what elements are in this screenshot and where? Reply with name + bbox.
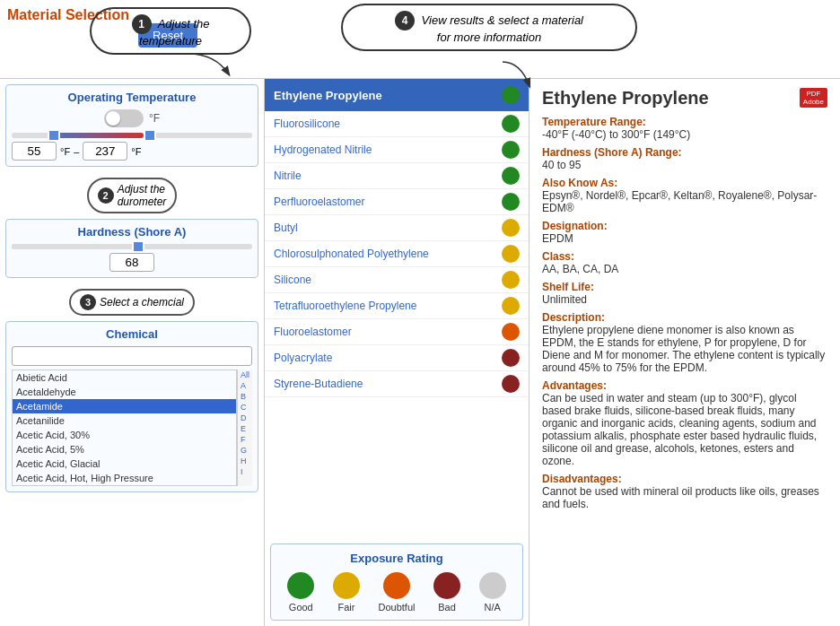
legend-dot [333, 572, 360, 599]
list-item[interactable]: Acetic Acid, Hot, High Pressure [13, 471, 236, 485]
material-dot [502, 375, 520, 393]
field-value: 40 to 95 [542, 159, 827, 171]
legend-dot [383, 572, 410, 599]
legend-label: Good [289, 602, 313, 613]
alpha-item[interactable]: All [238, 370, 252, 380]
temp-section: Operating Temperature °F °F – °F [5, 84, 258, 167]
field-label: Also Know As: [542, 177, 827, 189]
arrow-4 [476, 57, 547, 93]
legend-dot [287, 572, 314, 599]
callout-2-text: Adjust the durometer [118, 183, 167, 208]
material-name: Hydrogenated Nitrile [274, 143, 372, 156]
temp-min-input[interactable] [12, 142, 57, 161]
field-value: Cannot be used with mineral oil products… [542, 485, 827, 510]
material-row[interactable]: Hydrogenated Nitrile [265, 137, 529, 163]
material-name: Perfluoroelastomer [274, 196, 364, 208]
material-name: Tetrafluoroethylene Propylene [274, 300, 416, 312]
field-label: Temperature Range: [542, 116, 827, 128]
hardness-thumb[interactable] [132, 240, 144, 253]
list-item[interactable]: Acetic Acid, 5% [13, 442, 236, 456]
callout-4-text: View results & select a material for mor… [422, 13, 583, 44]
alpha-item[interactable]: H [238, 456, 252, 466]
field-value: EPDM [542, 232, 827, 245]
unit-toggle[interactable] [104, 109, 144, 127]
hardness-input[interactable] [109, 253, 154, 272]
callout-2-number: 2 [98, 187, 114, 204]
list-item[interactable]: Acetic Acid, 30% [13, 428, 236, 442]
hardness-section: Hardness (Shore A) [5, 219, 258, 278]
material-row[interactable]: Polyacrylate [265, 345, 529, 371]
alpha-item[interactable]: E [238, 423, 252, 434]
material-row[interactable]: Chlorosulphonated Polyethylene [265, 241, 529, 267]
list-item[interactable]: Acetaldehyde [13, 385, 236, 399]
temp-slider-fill [48, 133, 144, 138]
material-name: Silicone [274, 274, 311, 286]
legend-item: Bad [433, 572, 460, 613]
alpha-item[interactable]: B [238, 391, 252, 402]
material-row[interactable]: Perfluoroelastomer [265, 189, 529, 215]
material-list: Ethylene PropyleneFluorosiliconeHydrogen… [265, 79, 529, 397]
field-value: Ethylene propylene diene monomer is also… [542, 324, 827, 374]
chemical-search-input[interactable] [12, 346, 252, 366]
list-item[interactable]: Acetamide [13, 399, 236, 413]
temp-max-input[interactable] [83, 142, 127, 161]
temp-range-inputs: °F – °F [12, 142, 252, 161]
material-dot [502, 167, 520, 185]
material-header-name: Ethylene Propylene [274, 89, 382, 102]
middle-panel: Ethylene PropyleneFluorosiliconeHydrogen… [265, 79, 529, 626]
exposure-section: Exposure Rating GoodFairDoubtfulBadN/A [270, 543, 523, 621]
chemical-title: Chemical [12, 327, 252, 341]
temp-slider-thumb-left[interactable] [48, 129, 60, 142]
alpha-item[interactable]: A [238, 380, 252, 391]
hardness-slider-track[interactable] [12, 244, 252, 249]
material-row[interactable]: Silicone [265, 267, 529, 293]
legend-item: Fair [333, 572, 360, 613]
callout-3: 3 Select a chemcial [69, 289, 195, 316]
temp-title: Operating Temperature [12, 91, 252, 104]
material-row[interactable]: Nitrile [265, 163, 529, 189]
material-row[interactable]: Fluorosilicone [265, 111, 529, 137]
legend-label: Bad [438, 602, 456, 613]
field-label: Class: [542, 250, 827, 263]
material-row[interactable]: Tetrafluoroethylene Propylene [265, 293, 529, 319]
material-name: Styrene-Butadiene [274, 378, 363, 390]
callout-2-wrapper: 2 Adjust the durometer [5, 174, 258, 217]
alpha-item[interactable]: F [238, 434, 252, 445]
alpha-item[interactable]: D [238, 413, 252, 423]
field-value: Can be used in water and steam (up to 30… [542, 392, 827, 467]
legend-item: N/A [479, 572, 506, 613]
field-label: Designation: [542, 220, 827, 232]
material-dot [502, 349, 520, 367]
toggle-knob [106, 111, 120, 126]
material-dot [502, 297, 520, 315]
legend-item: Good [287, 572, 314, 613]
material-name: Butyl [274, 222, 298, 234]
callout-2: 2 Adjust the durometer [87, 178, 178, 213]
callout-1: 1 Adjust the temperature [90, 7, 251, 55]
temp-slider-track[interactable] [12, 133, 252, 138]
right-panel: Ethylene Propylene PDF Adobe Temperature… [529, 79, 840, 626]
pdf-badge[interactable]: PDF Adobe [800, 88, 827, 108]
material-row[interactable]: Fluoroelastomer [265, 319, 529, 345]
field-label: Hardness (Shore A) Range: [542, 146, 827, 159]
alpha-item[interactable]: C [238, 402, 252, 413]
field-value: -40°F (-40°C) to 300°F (149°C) [542, 128, 827, 141]
material-name: Polyacrylate [274, 352, 332, 364]
chemical-list[interactable]: Abietic AcidAcetaldehydeAcetamideAcetani… [12, 370, 237, 486]
material-row[interactable]: Styrene-Butadiene [265, 371, 529, 397]
header: Material Selection Reset 1 Adjust the te… [0, 0, 840, 79]
material-row[interactable]: Butyl [265, 215, 529, 241]
exposure-legend: GoodFairDoubtfulBadN/A [278, 572, 515, 613]
left-panel: Operating Temperature °F °F – °F [0, 79, 265, 626]
chemical-section: Chemical Abietic AcidAcetaldehydeAcetami… [5, 321, 258, 492]
list-item[interactable]: Acetanilide [13, 413, 236, 428]
callout-3-text: Select a chemcial [100, 296, 184, 309]
alpha-bar[interactable]: AllABCDEFGHI [237, 370, 252, 486]
list-item[interactable]: Abietic Acid [13, 370, 236, 385]
temp-slider-thumb-right[interactable] [144, 129, 156, 142]
alpha-item[interactable]: G [238, 445, 252, 456]
callout-3-wrapper: 3 Select a chemcial [5, 285, 258, 319]
list-item[interactable]: Acetic Acid, Glacial [13, 456, 236, 471]
field-label: Description: [542, 311, 827, 324]
alpha-item[interactable]: I [238, 466, 252, 477]
